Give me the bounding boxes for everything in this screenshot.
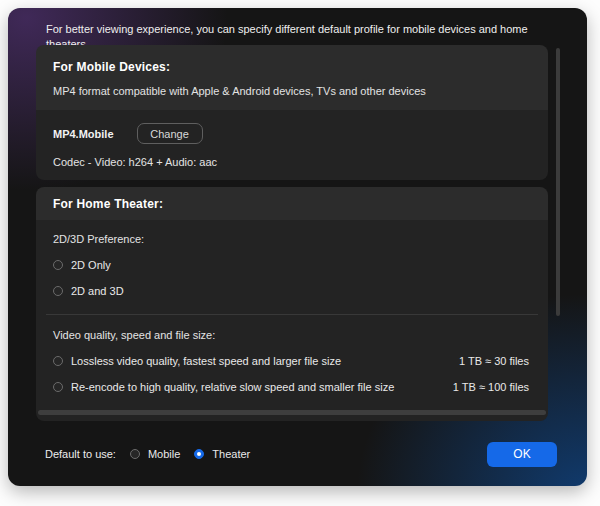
home-theater-title: For Home Theater: (53, 197, 531, 211)
default-mobile-label: Mobile (148, 448, 180, 460)
quality-group-label: Video quality, speed and file size: (53, 329, 531, 341)
profile-settings-dialog: For better viewing experience, you can s… (8, 8, 587, 486)
radio-2d-and-3d[interactable]: 2D and 3D (53, 285, 531, 297)
radio-default-mobile[interactable]: Mobile (130, 448, 180, 460)
radio-button-icon[interactable] (53, 382, 63, 392)
section-divider (46, 314, 538, 315)
mobile-devices-header: For Mobile Devices: MP4 format compatibl… (36, 45, 548, 110)
radio-button-icon[interactable] (130, 449, 140, 459)
reencode-size-estimate: 1 TB ≈ 100 files (453, 381, 531, 393)
change-profile-button[interactable]: Change (137, 123, 203, 144)
radio-lossless-label: Lossless video quality, fastest speed an… (71, 355, 341, 367)
ok-button[interactable]: OK (487, 442, 557, 467)
radio-2d-only[interactable]: 2D Only (53, 259, 531, 271)
settings-scroll-panel: For Mobile Devices: MP4 format compatibl… (36, 45, 548, 420)
home-theater-header: For Home Theater: (36, 187, 548, 220)
mobile-profile-name: MP4.Mobile (53, 128, 114, 140)
radio-button-icon[interactable] (53, 260, 63, 270)
radio-button-icon[interactable] (53, 286, 63, 296)
mobile-devices-body: MP4.Mobile Change Codec - Video: h264 + … (36, 110, 548, 180)
radio-button-icon[interactable] (53, 356, 63, 366)
preference-group-label: 2D/3D Preference: (53, 233, 531, 245)
horizontal-scrollbar[interactable] (38, 410, 546, 415)
radio-reencode-label: Re-encode to high quality, relative slow… (71, 381, 394, 393)
home-theater-body: 2D/3D Preference: 2D Only 2D and 3D Vide… (36, 220, 548, 421)
default-theater-label: Theater (212, 448, 250, 460)
footer-bar: Default to use: Mobile Theater OK (45, 441, 557, 467)
radio-default-theater[interactable]: Theater (194, 448, 250, 460)
radio-button-icon[interactable] (194, 449, 204, 459)
mobile-devices-title: For Mobile Devices: (53, 60, 531, 74)
codec-info: Codec - Video: h264 + Audio: aac (53, 156, 531, 168)
mobile-devices-card: For Mobile Devices: MP4 format compatibl… (36, 45, 548, 180)
lossless-size-estimate: 1 TB ≈ 30 files (459, 355, 531, 367)
radio-reencode-quality[interactable]: Re-encode to high quality, relative slow… (53, 381, 531, 393)
mobile-devices-description: MP4 format compatible with Apple & Andro… (53, 85, 531, 97)
vertical-scrollbar[interactable] (556, 48, 560, 316)
radio-lossless-quality[interactable]: Lossless video quality, fastest speed an… (53, 355, 531, 367)
default-to-use-label: Default to use: (45, 448, 116, 460)
mobile-profile-row: MP4.Mobile Change (53, 123, 531, 144)
home-theater-card: For Home Theater: 2D/3D Preference: 2D O… (36, 187, 548, 421)
radio-2d-and-3d-label: 2D and 3D (71, 285, 124, 297)
radio-2d-only-label: 2D Only (71, 259, 111, 271)
